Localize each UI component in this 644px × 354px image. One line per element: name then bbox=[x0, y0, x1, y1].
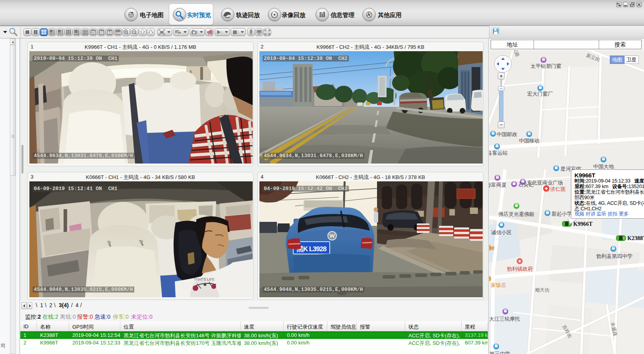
svg-text:THAT'S LIFE: THAT'S LIFE bbox=[194, 277, 215, 281]
svg-text:黑K L3928: 黑K L3928 bbox=[296, 245, 327, 253]
svg-text:25: 25 bbox=[91, 31, 96, 35]
svg-text:36: 36 bbox=[99, 31, 104, 35]
svg-text:64: 64 bbox=[107, 31, 112, 35]
svg-text:100: 100 bbox=[115, 31, 121, 35]
